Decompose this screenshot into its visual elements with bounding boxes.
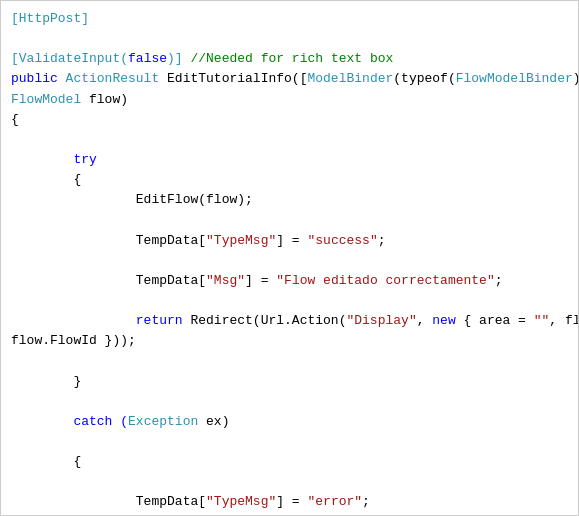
code-line <box>11 513 568 516</box>
code-token: ] = <box>245 273 276 288</box>
code-token: false <box>128 51 167 66</box>
code-line: return Redirect(Url.Action("Display", ne… <box>11 311 568 331</box>
code-token: public <box>11 71 66 86</box>
code-token: } <box>11 374 81 389</box>
code-token: "TypeMsg" <box>206 233 276 248</box>
code-line: [ValidateInput(false)] //Needed for rich… <box>11 49 568 69</box>
code-line: try <box>11 150 568 170</box>
code-editor: [HttpPost] [ValidateInput(false)] //Need… <box>0 0 579 516</box>
code-line: { <box>11 170 568 190</box>
code-token: ModelBinder <box>307 71 393 86</box>
code-token: ActionResult <box>66 71 160 86</box>
code-line <box>11 351 568 371</box>
code-line: catch (Exception ex) <box>11 412 568 432</box>
code-line: TempData["TypeMsg"] = "error"; <box>11 492 568 512</box>
code-token: Exception <box>128 414 198 429</box>
code-token: ))] <box>573 71 579 86</box>
code-line: public ActionResult EditTutorialInfo([Mo… <box>11 69 568 89</box>
code-token: (typeof( <box>393 71 455 86</box>
code-token: , flowId = <box>549 313 579 328</box>
code-token: "error" <box>307 494 362 509</box>
code-token: [HttpPost] <box>11 11 89 26</box>
code-token: TempData[ <box>11 494 206 509</box>
code-token: TempData[ <box>11 233 206 248</box>
code-token: TempData[ <box>11 273 206 288</box>
code-line <box>11 392 568 412</box>
code-line <box>11 432 568 452</box>
code-line: flow.FlowId })); <box>11 331 568 351</box>
code-line: [HttpPost] <box>11 9 568 29</box>
code-token: try <box>11 152 97 167</box>
code-token: "Msg" <box>206 273 245 288</box>
code-line <box>11 130 568 150</box>
code-token: EditFlow(flow); <box>11 192 253 207</box>
code-line <box>11 472 568 492</box>
code-token: "Display" <box>346 313 416 328</box>
code-token: ; <box>378 233 386 248</box>
code-token: ex) <box>198 414 229 429</box>
code-token: ] = <box>276 494 307 509</box>
code-token: FlowModelBinder <box>456 71 573 86</box>
code-token: ] = <box>276 233 307 248</box>
code-line <box>11 29 568 49</box>
code-token: { area = <box>456 313 534 328</box>
code-token: { <box>11 454 81 469</box>
code-token: //Needed for rich text box <box>190 51 393 66</box>
code-token: new <box>432 313 455 328</box>
code-token: FlowModel <box>11 92 81 107</box>
code-token: Redirect(Url.Action( <box>190 313 346 328</box>
code-token: "TypeMsg" <box>206 494 276 509</box>
code-line: TempData["Msg"] = "Flow editado correcta… <box>11 271 568 291</box>
code-line: { <box>11 110 568 130</box>
code-line: } <box>11 372 568 392</box>
code-token: )] <box>167 51 190 66</box>
code-token: "success" <box>307 233 377 248</box>
code-token: flow.FlowId })); <box>11 333 136 348</box>
code-line <box>11 210 568 230</box>
code-line: FlowModel flow) <box>11 90 568 110</box>
code-token: "Flow editado correctamente" <box>276 273 494 288</box>
code-token: ; <box>495 273 503 288</box>
code-line <box>11 251 568 271</box>
code-line: EditFlow(flow); <box>11 190 568 210</box>
code-token: "" <box>534 313 550 328</box>
code-token: , <box>417 313 433 328</box>
code-token: [ValidateInput( <box>11 51 128 66</box>
code-token: catch ( <box>11 414 128 429</box>
code-token: { <box>11 112 19 127</box>
code-token: flow) <box>81 92 128 107</box>
code-token: ; <box>362 494 370 509</box>
code-token: { <box>11 172 81 187</box>
code-token: EditTutorialInfo([ <box>159 71 307 86</box>
code-line <box>11 291 568 311</box>
code-line: { <box>11 452 568 472</box>
code-token: return <box>11 313 190 328</box>
code-line: TempData["TypeMsg"] = "success"; <box>11 231 568 251</box>
